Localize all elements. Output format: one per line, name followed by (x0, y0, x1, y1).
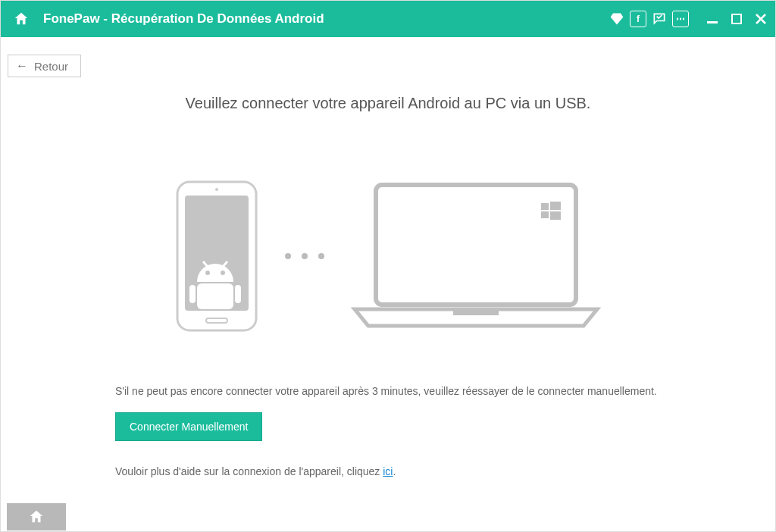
home-button[interactable] (8, 6, 34, 32)
feedback-icon[interactable] (651, 11, 668, 27)
connection-illustration (1, 180, 775, 332)
svg-rect-0 (707, 21, 718, 23)
diamond-icon[interactable] (609, 11, 625, 27)
help-link[interactable]: ici (383, 465, 393, 477)
svg-rect-11 (189, 285, 196, 303)
svg-rect-12 (235, 285, 241, 303)
window-controls (706, 12, 768, 26)
titlebar-right-icons: f ⋯ (609, 11, 768, 27)
more-icon[interactable]: ⋯ (672, 11, 689, 27)
svg-rect-21 (550, 211, 561, 220)
below-section: S'il ne peut pas encore connecter votre … (115, 385, 661, 477)
svg-rect-19 (550, 202, 561, 210)
main-content: Veuillez connecter votre appareil Androi… (1, 37, 775, 477)
svg-point-8 (205, 271, 210, 275)
maximize-button[interactable] (730, 12, 743, 26)
svg-point-6 (215, 188, 218, 191)
close-button[interactable] (754, 12, 768, 26)
minimize-button[interactable] (706, 12, 719, 26)
svg-point-9 (221, 271, 225, 275)
svg-rect-18 (541, 203, 549, 210)
connect-manually-button[interactable]: Connecter Manuellement (115, 412, 262, 441)
svg-rect-10 (197, 283, 233, 309)
help-line: Vouloir plus d'aide sur la connexion de … (115, 465, 661, 477)
home-icon (13, 11, 30, 27)
instruction-text: Veuillez connecter votre appareil Androi… (1, 95, 775, 112)
help-prefix: Vouloir plus d'aide sur la connexion de … (115, 465, 383, 477)
footer-home-button[interactable] (7, 503, 66, 530)
svg-rect-1 (732, 14, 741, 23)
facebook-icon[interactable]: f (630, 11, 646, 27)
app-title: FonePaw - Récupération De Données Androi… (43, 11, 609, 27)
help-suffix: . (393, 465, 396, 477)
home-icon (28, 509, 45, 525)
svg-rect-16 (383, 192, 568, 297)
phone-icon (171, 180, 262, 332)
connection-dots (285, 253, 324, 259)
retry-text: S'il ne peut pas encore connecter votre … (115, 385, 661, 397)
svg-rect-20 (541, 211, 549, 218)
titlebar: FonePaw - Récupération De Données Androi… (1, 1, 775, 37)
laptop-icon (347, 180, 605, 332)
svg-rect-17 (453, 311, 499, 315)
svg-rect-7 (206, 318, 227, 323)
